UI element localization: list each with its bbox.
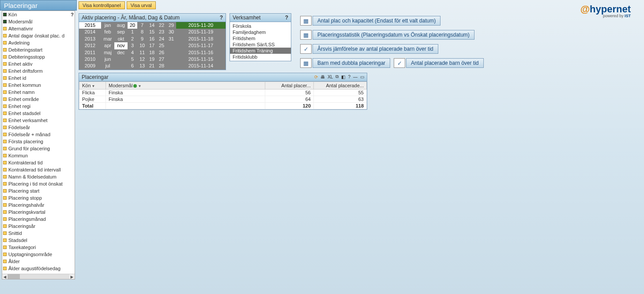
days-cell[interactable]: 28: [157, 63, 166, 69]
days-cell[interactable]: 10: [137, 42, 147, 49]
days-cell[interactable]: 13: [137, 63, 147, 69]
days-cell[interactable]: 27: [157, 56, 166, 63]
sidebar-item[interactable]: Kontrakterad tid intervall: [2, 166, 75, 173]
days-cell[interactable]: 1: [128, 29, 137, 35]
verksamhet-item[interactable]: Förskola: [230, 23, 291, 29]
sidebar-item[interactable]: Placering stopp: [2, 194, 75, 201]
sidebar-item[interactable]: Grund för placering: [2, 145, 75, 152]
verksamhet-item[interactable]: Familjedaghem: [230, 29, 291, 35]
days-cell[interactable]: 21: [147, 63, 157, 69]
months-cell[interactable]: mar: [101, 36, 114, 42]
refresh-icon[interactable]: ⟳: [313, 74, 319, 79]
days-cell[interactable]: 3: [128, 42, 137, 49]
sidebar-item[interactable]: Alternativnr: [2, 25, 75, 32]
dates-cell[interactable]: 2015-11-19: [176, 29, 226, 35]
dates-cell[interactable]: 2015-11-16: [176, 49, 226, 56]
days-cell[interactable]: 29: [166, 22, 176, 29]
days-cell[interactable]: 31: [166, 36, 176, 42]
days-cell[interactable]: 20: [128, 22, 137, 29]
excel-icon[interactable]: XL: [327, 74, 334, 79]
months-cell[interactable]: jan: [101, 22, 114, 29]
sidebar-item[interactable]: Debiteringsstart: [2, 46, 75, 53]
verksamhet-item[interactable]: Fritidshem Sär/LSS: [230, 41, 291, 48]
sidebar-item[interactable]: Ålder augustifödelsedag: [2, 265, 75, 272]
scroll-right-icon[interactable]: ►: [69, 274, 75, 279]
sidebar-item[interactable]: Enhet driftsform: [2, 67, 75, 74]
sidebar-item[interactable]: Enhet verksamhet: [2, 117, 75, 124]
months-cell[interactable]: dec: [114, 49, 128, 56]
action-double-placements[interactable]: ▦ Barn med dubbla placeringar: [300, 58, 390, 68]
days-cell[interactable]: 12: [137, 56, 147, 63]
years-cell[interactable]: 2013: [79, 36, 101, 42]
help-icon[interactable]: ?: [285, 15, 288, 21]
months-cell[interactable]: jul: [101, 63, 114, 69]
sidebar-item[interactable]: Enhet kommun: [2, 82, 75, 89]
sidebar-item[interactable]: Kommun: [2, 152, 75, 159]
col-modersmal[interactable]: Modersmål▼: [106, 82, 265, 89]
chart-icon[interactable]: ◧: [340, 74, 346, 79]
sidebar-item[interactable]: Placeringsmånad: [2, 216, 75, 223]
days-cell[interactable]: 11: [137, 49, 147, 56]
days-cell[interactable]: 14: [147, 22, 157, 29]
sidebar-item[interactable]: Stadsdel: [2, 237, 75, 244]
action-placement-stats[interactable]: ▦ Placeringsstatistik (Placeringsdatum v…: [300, 30, 475, 40]
days-cell[interactable]: 2: [128, 36, 137, 42]
sidebar-item[interactable]: Enhet aktiv: [2, 60, 75, 67]
dates-cell[interactable]: 2015-11-14: [176, 63, 226, 69]
months-cell[interactable]: apr: [101, 42, 114, 49]
show-selection-button[interactable]: Visa urval: [127, 1, 156, 9]
sidebar-item[interactable]: Enhet namn: [2, 89, 75, 96]
days-cell[interactable]: 18: [147, 49, 157, 56]
sidebar-item[interactable]: Enhet område: [2, 96, 75, 103]
verksamhet-item[interactable]: Fritidsklubb: [230, 54, 291, 60]
months-cell[interactable]: feb: [101, 29, 114, 35]
days-cell[interactable]: 23: [157, 29, 166, 35]
sidebar-item[interactable]: Ålder: [2, 258, 75, 265]
sidebar-item[interactable]: Kontrakterad tid: [2, 159, 75, 166]
close-icon[interactable]: ▭: [359, 74, 365, 79]
days-cell[interactable]: 16: [147, 36, 157, 42]
years-cell[interactable]: 2009: [79, 63, 101, 69]
action-placed-over-time[interactable]: ✓ Antal placerade barn över tid: [394, 58, 483, 68]
sidebar-item[interactable]: Antal dagar önskat plac. d: [2, 32, 75, 39]
sidebar-item[interactable]: Kön: [2, 11, 75, 18]
table-row[interactable]: PojkeFinska6463: [79, 96, 367, 103]
days-cell[interactable]: 19: [147, 56, 157, 63]
sidebar-item[interactable]: Första placering: [2, 138, 75, 145]
days-cell[interactable]: 24: [157, 36, 166, 42]
help-icon[interactable]: ?: [347, 74, 351, 79]
sidebar-item[interactable]: Debiteringsstopp: [2, 53, 75, 60]
help-icon[interactable]: ?: [220, 15, 223, 21]
copy-icon[interactable]: ⧉: [335, 74, 339, 79]
months-cell[interactable]: maj: [101, 49, 114, 56]
days-cell[interactable]: 22: [157, 22, 166, 29]
days-cell[interactable]: 4: [128, 49, 137, 56]
sidebar-item[interactable]: Avdelning: [2, 39, 75, 46]
show-control-panel-button[interactable]: Visa kontrollpanel: [79, 1, 125, 9]
sidebar-item[interactable]: Födelseår: [2, 124, 75, 131]
months-cell[interactable]: sep: [114, 29, 128, 35]
dates-cell[interactable]: 2015-11-15: [176, 56, 226, 63]
sidebar-item[interactable]: Enhet regi: [2, 103, 75, 110]
days-cell[interactable]: 26: [157, 49, 166, 56]
years-cell[interactable]: 2015: [79, 22, 101, 29]
sidebar-item[interactable]: Enhet id: [2, 74, 75, 82]
days-cell[interactable]: 15: [147, 29, 157, 35]
minimize-icon[interactable]: —: [352, 74, 358, 79]
sidebar-item[interactable]: Placeringsår: [2, 223, 75, 230]
sidebar-item[interactable]: Modersmål: [2, 18, 75, 25]
sidebar-item[interactable]: Placeringskvartal: [2, 208, 75, 216]
months-cell[interactable]: okt: [114, 36, 128, 42]
dates-cell[interactable]: 2015-11-17: [176, 42, 226, 49]
verksamhet-item[interactable]: Fritidshem: [230, 35, 291, 41]
months-cell[interactable]: aug: [114, 22, 128, 29]
days-cell[interactable]: 8: [137, 29, 147, 35]
days-cell[interactable]: 25: [157, 42, 166, 49]
dates-cell[interactable]: 2015-11-20: [176, 22, 226, 29]
days-cell[interactable]: 5: [128, 56, 137, 63]
sidebar-scrollbar[interactable]: ◄ ►: [2, 274, 75, 279]
table-row[interactable]: FlickaFinska5655: [79, 89, 367, 96]
dates-cell[interactable]: 2015-11-18: [176, 36, 226, 42]
scroll-left-icon[interactable]: ◄: [2, 274, 8, 279]
days-cell[interactable]: 7: [137, 22, 147, 29]
